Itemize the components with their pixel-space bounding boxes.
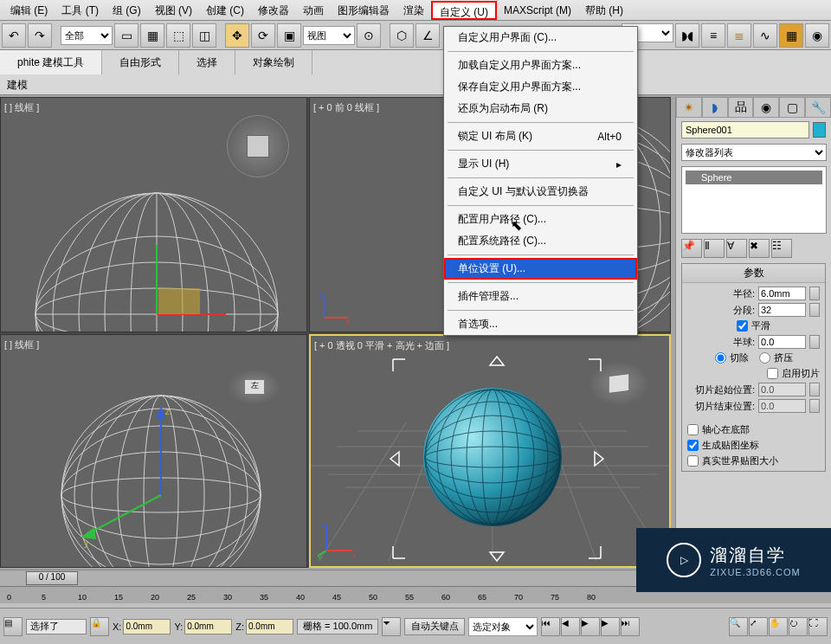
select-region-button[interactable]: ⬚ — [166, 23, 190, 48]
align-button[interactable]: ≡ — [701, 23, 725, 48]
chop-radio[interactable] — [715, 352, 726, 364]
menu-item-load-scheme[interactable]: 加载自定义用户界面方案... — [444, 55, 637, 76]
gen-uv-checkbox[interactable] — [687, 440, 699, 451]
selection-filter-select[interactable]: 全部 — [61, 26, 113, 45]
tab-create[interactable]: ✴ — [676, 97, 702, 118]
menu-rendering[interactable]: 渲染 — [396, 1, 431, 20]
schematic-button[interactable]: ▦ — [779, 23, 803, 48]
menu-item-units-setup[interactable]: 单位设置 (U)... — [444, 258, 637, 280]
zoom-button[interactable]: 🔍 — [729, 617, 748, 636]
auto-key-button[interactable]: 自动关键点 — [404, 618, 465, 635]
modifier-list-select[interactable]: 修改器列表 — [681, 144, 827, 161]
y-input[interactable] — [184, 619, 232, 634]
menu-create[interactable]: 创建 (C) — [199, 1, 251, 20]
menu-edit[interactable]: 编辑 (E) — [3, 1, 55, 20]
z-input[interactable] — [246, 619, 293, 634]
tab-utilities[interactable]: 🔧 — [805, 97, 831, 118]
show-end-result-button[interactable]: Ⅱ — [704, 239, 725, 258]
menu-modifiers[interactable]: 修改器 — [251, 1, 296, 20]
configure-sets-button[interactable]: ☷ — [771, 239, 792, 258]
pan-button[interactable]: ✋ — [769, 617, 788, 636]
slice-on-checkbox[interactable] — [767, 368, 778, 379]
mirror-button[interactable]: ◗◖ — [675, 23, 699, 48]
select-object-button[interactable]: ▭ — [114, 23, 138, 48]
spinner-buttons[interactable] — [809, 335, 820, 349]
maxscript-listener-button[interactable]: ▤ — [3, 617, 23, 636]
curve-editor-button[interactable]: ∿ — [753, 23, 777, 48]
ribbon-tab-freeform[interactable]: 自由形式 — [102, 50, 179, 74]
spinner-buttons[interactable] — [809, 287, 820, 300]
snap-toggle-button[interactable]: ⬡ — [390, 23, 414, 48]
key-filter-select[interactable]: 选定对象 — [468, 617, 538, 636]
goto-start-button[interactable]: ⏮ — [541, 617, 560, 636]
ribbon-tab-selection[interactable]: 选择 — [179, 50, 235, 74]
viewcube-icon[interactable] — [227, 115, 289, 177]
next-frame-button[interactable]: ▶ — [601, 617, 620, 636]
menu-animation[interactable]: 动画 — [296, 1, 331, 20]
segments-input[interactable] — [758, 303, 806, 317]
zoom-all-button[interactable]: ⤢ — [749, 617, 768, 636]
move-button[interactable]: ✥ — [225, 23, 249, 48]
select-by-name-button[interactable]: ▦ — [140, 23, 164, 48]
menu-item-revert-layout[interactable]: 还原为启动布局 (R) — [444, 98, 637, 119]
viewport-left[interactable]: [ ] 线框 ] 左 yz — [0, 334, 307, 568]
menu-item-show-ui[interactable]: 显示 UI (H)▸ — [444, 153, 637, 175]
layers-button[interactable]: ≣ — [727, 23, 751, 48]
redo-button[interactable]: ↷ — [28, 23, 52, 48]
orbit-button[interactable]: ⭮ — [789, 617, 808, 636]
rollout-header[interactable]: 参数 — [682, 264, 825, 283]
menu-item-save-scheme[interactable]: 保存自定义用户界面方案... — [444, 76, 637, 98]
window-crossing-button[interactable]: ◫ — [192, 23, 216, 48]
menu-maxscript[interactable]: MAXScript (M) — [497, 1, 578, 20]
maximize-viewport-button[interactable]: ⛶ — [808, 617, 828, 636]
menu-group[interactable]: 组 (G) — [106, 1, 148, 20]
hemisphere-input[interactable] — [758, 335, 806, 349]
menu-item-system-paths[interactable]: 配置系统路径 (C)... — [444, 230, 637, 252]
x-input[interactable] — [123, 619, 171, 634]
tab-hierarchy[interactable]: 品 — [728, 97, 754, 118]
squash-radio[interactable] — [759, 352, 770, 364]
ref-coord-select[interactable]: 视图 — [303, 26, 355, 45]
viewport-perspective[interactable]: [ + 0 透视 0 平滑 + 高光 + 边面 ] — [309, 334, 671, 568]
time-slider-thumb[interactable]: 0 / 100 — [26, 571, 78, 585]
rotate-button[interactable]: ⟳ — [251, 23, 275, 48]
angle-snap-button[interactable]: ∠ — [416, 23, 440, 48]
menu-item-ui-defaults-switcher[interactable]: 自定义 UI 与默认设置切换器 — [444, 181, 637, 203]
menu-help[interactable]: 帮助 (H) — [578, 1, 630, 20]
real-world-checkbox[interactable] — [687, 455, 699, 467]
make-unique-button[interactable]: ∀ — [726, 239, 747, 258]
lock-selection-button[interactable]: 🔒 — [90, 617, 109, 636]
menu-tools[interactable]: 工具 (T) — [55, 1, 106, 20]
menu-item-preferences[interactable]: 首选项... — [444, 313, 637, 335]
menu-item-lock-layout[interactable]: 锁定 UI 布局 (K)Alt+0 — [444, 126, 637, 147]
prev-frame-button[interactable]: ◀ — [561, 617, 580, 636]
menu-views[interactable]: 视图 (V) — [148, 1, 199, 20]
time-tag-button[interactable]: ⏷ — [382, 617, 401, 636]
use-pivot-button[interactable]: ⊙ — [357, 23, 381, 48]
object-name-input[interactable] — [681, 121, 809, 138]
smooth-checkbox[interactable] — [737, 320, 748, 332]
stack-item-sphere[interactable]: Sphere — [686, 171, 822, 184]
undo-button[interactable]: ↶ — [2, 23, 26, 48]
menu-customize[interactable]: 自定义 (U) — [431, 1, 497, 20]
scale-button[interactable]: ▣ — [277, 23, 301, 48]
menu-item-customize-ui[interactable]: 自定义用户界面 (C)... — [444, 27, 637, 48]
remove-modifier-button[interactable]: ✖ — [749, 239, 770, 258]
modifier-stack[interactable]: Sphere — [681, 166, 827, 234]
viewport-top[interactable]: [ ] 线框 ] — [0, 97, 307, 332]
tab-display[interactable]: ▢ — [779, 97, 805, 118]
play-button[interactable]: ▶ — [581, 617, 600, 636]
material-editor-button[interactable]: ◉ — [805, 23, 829, 48]
menu-item-plugin-manager[interactable]: 插件管理器... — [444, 286, 637, 307]
object-color-swatch[interactable] — [813, 122, 826, 138]
tab-modify[interactable]: ◗ — [702, 97, 728, 118]
tab-motion[interactable]: ◉ — [753, 97, 779, 118]
ribbon-tab-objectpaint[interactable]: 对象绘制 — [235, 50, 312, 74]
spinner-buttons[interactable] — [809, 303, 820, 317]
radius-input[interactable] — [758, 287, 806, 300]
menu-item-user-paths[interactable]: 配置用户路径 (C)... — [444, 209, 637, 230]
pin-stack-button[interactable]: 📌 — [681, 239, 702, 258]
menu-grapheditors[interactable]: 图形编辑器 — [331, 1, 396, 20]
ribbon-tab-graphite[interactable]: phite 建模工具 — [0, 50, 102, 74]
goto-end-button[interactable]: ⏭ — [621, 617, 640, 636]
